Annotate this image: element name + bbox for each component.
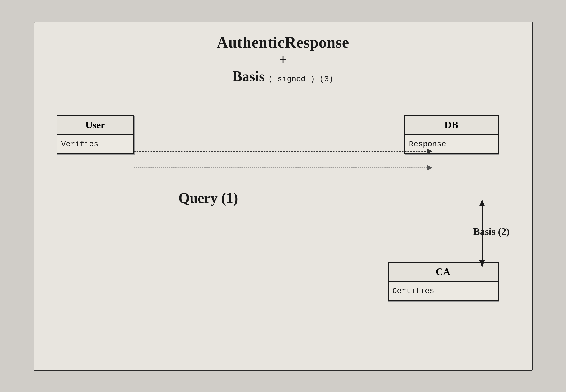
diagram-area: User Verifies DB Response CA Certifies Q…	[45, 87, 521, 378]
plus-symbol: +	[45, 51, 521, 67]
db-box: DB Response	[404, 115, 499, 154]
signed-text: ( signed ) (3)	[268, 75, 333, 83]
ca-box-header: CA	[389, 263, 498, 282]
main-title: AuthenticResponse	[45, 34, 521, 51]
svg-marker-3	[427, 165, 432, 171]
ca-box: CA Certifies	[388, 262, 499, 301]
query-label: Query (1)	[179, 190, 238, 206]
basis2-label: Basis (2)	[473, 226, 509, 237]
user-box: User Verifies	[57, 115, 134, 154]
db-box-header: DB	[405, 116, 498, 135]
ca-box-body: Certifies	[389, 282, 498, 300]
user-box-header: User	[57, 116, 133, 135]
diagram-frame: AuthenticResponse + Basis ( signed ) (3)…	[34, 22, 533, 371]
svg-marker-6	[479, 199, 485, 206]
title-area: AuthenticResponse + Basis ( signed ) (3)	[45, 34, 521, 84]
db-box-body: Response	[405, 135, 498, 153]
user-box-body: Verifies	[57, 135, 133, 153]
basis-label: Basis ( signed ) (3)	[233, 68, 334, 84]
